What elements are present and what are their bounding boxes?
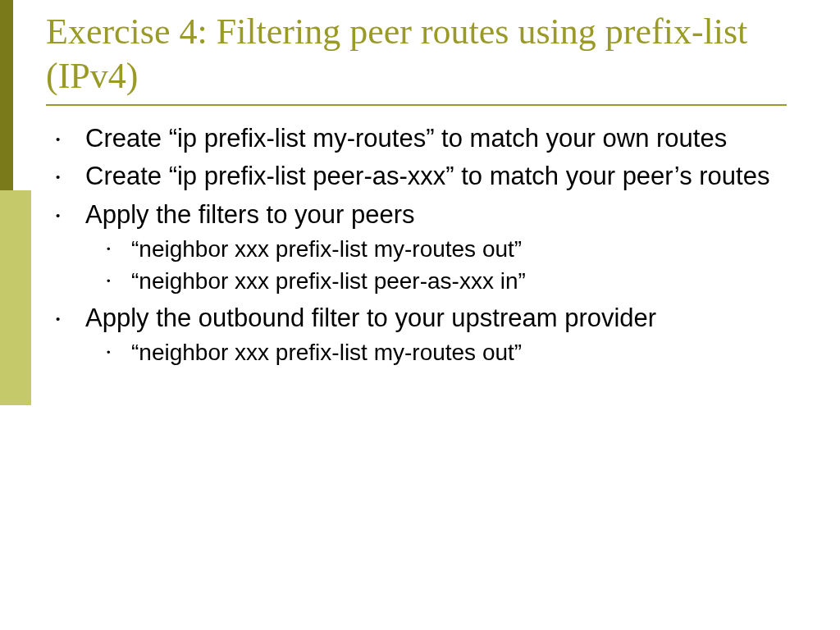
bullet-item: Apply the filters to your peers “neighbo… <box>46 199 788 296</box>
bullet-text: Create “ip prefix-list my-routes” to mat… <box>85 124 727 153</box>
bullet-text: Create “ip prefix-list peer-as-xxx” to m… <box>85 162 769 190</box>
sub-bullet-text: “neighbor xxx prefix-list my-routes out” <box>131 236 522 262</box>
bullet-item: Create “ip prefix-list my-routes” to mat… <box>46 123 788 154</box>
sub-bullet-text: “neighbor xxx prefix-list my-routes out” <box>131 340 522 365</box>
sub-bullet-item: “neighbor xxx prefix-list my-routes out” <box>85 339 788 368</box>
slide-title: Exercise 4: Filtering peer routes using … <box>46 10 768 98</box>
bullet-text: Apply the outbound filter to your upstre… <box>85 304 656 332</box>
accent-stripe-light <box>0 190 31 405</box>
slide-body: Create “ip prefix-list my-routes” to mat… <box>46 123 788 374</box>
slide: Exercise 4: Filtering peer routes using … <box>0 0 840 630</box>
bullet-text: Apply the filters to your peers <box>85 200 414 229</box>
bullet-item: Apply the outbound filter to your upstre… <box>46 303 788 368</box>
sub-bullet-list: “neighbor xxx prefix-list my-routes out” <box>85 339 788 368</box>
sub-bullet-text: “neighbor xxx prefix-list peer-as-xxx in… <box>131 268 526 294</box>
sub-bullet-list: “neighbor xxx prefix-list my-routes out”… <box>85 235 788 295</box>
sub-bullet-item: “neighbor xxx prefix-list peer-as-xxx in… <box>85 267 788 296</box>
bullet-item: Create “ip prefix-list peer-as-xxx” to m… <box>46 161 788 192</box>
title-underline <box>46 104 787 106</box>
sub-bullet-item: “neighbor xxx prefix-list my-routes out” <box>85 235 788 264</box>
bullet-list: Create “ip prefix-list my-routes” to mat… <box>46 123 788 368</box>
accent-stripe-dark <box>0 0 13 190</box>
